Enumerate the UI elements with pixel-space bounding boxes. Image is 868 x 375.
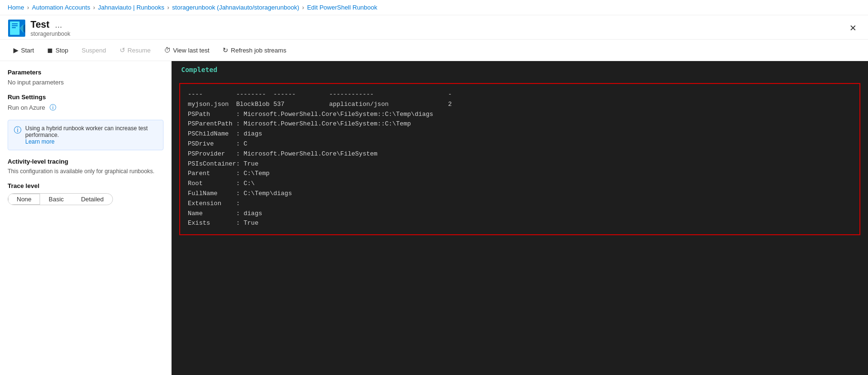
info-box-text: Using a hybrid runbook worker can increa… <box>25 125 148 138</box>
trace-basic-button[interactable]: Basic <box>40 194 72 205</box>
start-label: Start <box>21 47 34 54</box>
terminal-line: myjson.json BlockBlob 537 application/js… <box>188 100 852 110</box>
info-icon: ⓘ <box>14 125 21 145</box>
stop-button[interactable]: ◼ Stop <box>41 43 74 57</box>
resource-icon <box>8 19 26 37</box>
parameters-title: Parameters <box>8 69 163 76</box>
terminal-line: Extension : <box>188 199 852 209</box>
svg-rect-3 <box>12 25 18 26</box>
refresh-icon: ↻ <box>223 46 228 54</box>
breadcrumb-sep-3: › <box>167 4 169 11</box>
terminal-output: ---- -------- ------ ------------ -myjso… <box>179 83 860 235</box>
terminal-line: PSPath : Microsoft.PowerShell.Core\FileS… <box>188 110 852 120</box>
terminal-line: PSDrive : C <box>188 139 852 149</box>
title-text: Test ... storagerunbook <box>31 19 70 37</box>
view-last-test-label: View last test <box>173 47 209 54</box>
terminal-line: PSIsContainer: True <box>188 159 852 169</box>
view-last-test-icon: ⏱ <box>164 46 171 54</box>
status-completed: Completed <box>181 66 217 73</box>
close-button[interactable]: ✕ <box>846 21 860 35</box>
breadcrumb-storagerunbook[interactable]: storagerunbook (Jahnaviauto/storagerunbo… <box>172 4 299 11</box>
main-layout: Parameters No input parameters Run Setti… <box>0 61 868 375</box>
stop-label: Stop <box>55 47 68 54</box>
trace-detailed-button[interactable]: Detailed <box>72 194 112 205</box>
info-text: Using a hybrid runbook worker can increa… <box>25 125 157 145</box>
toolbar: ▶ Start ◼ Stop Suspend ↺ Resume ⏱ View l… <box>0 40 868 61</box>
terminal-line: Exists : True <box>188 219 852 229</box>
title-subtitle: storagerunbook <box>31 31 70 37</box>
breadcrumb-runbooks[interactable]: Jahnaviauto | Runbooks <box>98 4 164 11</box>
svg-rect-4 <box>12 27 16 28</box>
start-button[interactable]: ▶ Start <box>8 43 40 57</box>
parameters-content: No input parameters <box>8 79 163 86</box>
breadcrumb-home[interactable]: Home <box>8 4 24 11</box>
stop-icon: ◼ <box>47 46 53 54</box>
suspend-label: Suspend <box>82 47 106 54</box>
breadcrumb: Home › Automation Accounts › Jahnaviauto… <box>0 0 868 15</box>
trace-title: Trace level <box>8 182 163 189</box>
svg-rect-2 <box>12 23 18 24</box>
resume-label: Resume <box>128 47 151 54</box>
right-panel: Completed ---- -------- ------ ---------… <box>172 61 868 375</box>
start-icon: ▶ <box>13 46 19 54</box>
terminal-line: FullName : C:\Temp\diags <box>188 189 852 199</box>
activity-note: This configuration is available only for… <box>8 168 163 175</box>
trace-section: Trace level None Basic Detailed <box>8 182 163 205</box>
terminal-line: ---- -------- ------ ------------ - <box>188 90 852 100</box>
refresh-button[interactable]: ↻ Refresh job streams <box>217 43 292 57</box>
terminal-header: Completed <box>172 61 868 78</box>
terminal-line: Name : diags <box>188 209 852 219</box>
refresh-label: Refresh job streams <box>231 47 286 54</box>
breadcrumb-sep-4: › <box>302 4 304 11</box>
terminal-line: PSChildName : diags <box>188 129 852 139</box>
left-panel: Parameters No input parameters Run Setti… <box>0 61 172 375</box>
breadcrumb-sep-2: › <box>93 4 95 11</box>
activity-title: Activity-level tracing <box>8 158 163 165</box>
trace-none-button[interactable]: None <box>8 194 40 205</box>
resume-button[interactable]: ↺ Resume <box>114 43 156 57</box>
run-on-label: Run on Azure ⓘ <box>8 104 163 112</box>
terminal-line: PSProvider : Microsoft.PowerShell.Core\F… <box>188 149 852 159</box>
terminal-line: Parent : C:\Temp <box>188 169 852 179</box>
terminal-line: PSParentPath : Microsoft.PowerShell.Core… <box>188 119 852 129</box>
view-last-test-button[interactable]: ⏱ View last test <box>158 43 215 57</box>
activity-section: Activity-level tracing This configuratio… <box>8 158 163 175</box>
title-bar: Test ... storagerunbook ✕ <box>0 15 868 40</box>
suspend-button[interactable]: Suspend <box>76 44 112 57</box>
title-ellipsis[interactable]: ... <box>55 20 62 30</box>
learn-more-link[interactable]: Learn more <box>25 138 54 145</box>
trace-buttons: None Basic Detailed <box>8 193 113 205</box>
breadcrumb-sep-1: › <box>27 4 29 11</box>
breadcrumb-edit[interactable]: Edit PowerShell Runbook <box>307 4 377 11</box>
page-title: Test <box>31 19 50 30</box>
info-circle-icon: ⓘ <box>50 104 56 111</box>
resume-icon: ↺ <box>120 46 125 54</box>
hybrid-worker-info: ⓘ Using a hybrid runbook worker can incr… <box>8 120 163 150</box>
terminal-line: Root : C:\ <box>188 179 852 189</box>
breadcrumb-automation[interactable]: Automation Accounts <box>32 4 90 11</box>
run-settings-title: Run Settings <box>8 94 163 101</box>
